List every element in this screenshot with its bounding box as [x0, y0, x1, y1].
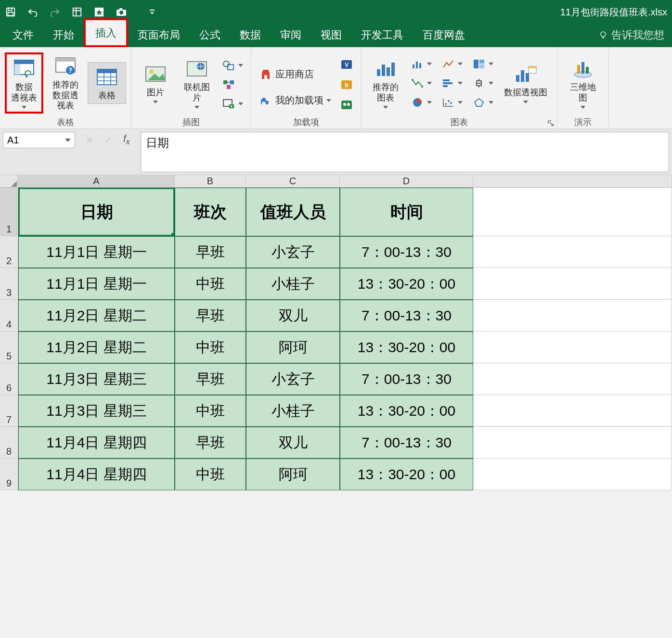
tab-layout[interactable]: 页面布局	[128, 22, 190, 47]
name-box[interactable]: A1	[3, 132, 75, 148]
line-chart-button[interactable]	[439, 55, 465, 73]
cell-E7[interactable]	[473, 395, 672, 427]
dialog-launcher-icon[interactable]	[547, 120, 554, 127]
cells-area[interactable]: 日期 班次 值班人员 时间 11月1日 星期一早班小玄子7：00-13：3011…	[18, 188, 672, 490]
row-header-3[interactable]: 3	[0, 268, 18, 300]
online-picture-button[interactable]: 联机图片	[178, 54, 216, 112]
store-button[interactable]: 应用商店	[256, 66, 334, 83]
row-header-2[interactable]: 2	[0, 236, 18, 268]
hierarchy-chart-button[interactable]	[408, 75, 435, 92]
tab-file[interactable]: 文件	[3, 22, 43, 47]
map3d-button[interactable]: 三维地 图	[562, 54, 604, 112]
cell-C5[interactable]: 阿珂	[246, 332, 340, 363]
tab-data[interactable]: 数据	[230, 22, 271, 47]
cell-E8[interactable]	[473, 427, 672, 459]
col-header-B[interactable]: B	[175, 175, 246, 187]
cell-A9[interactable]: 11月4日 星期四	[18, 459, 175, 490]
undo-icon[interactable]	[27, 6, 39, 18]
row-header-6[interactable]: 6	[0, 363, 18, 395]
tab-home[interactable]: 开始	[43, 22, 84, 47]
qa-icon-2[interactable]	[93, 6, 105, 18]
cell-E9[interactable]	[473, 459, 672, 490]
camera-icon[interactable]	[116, 6, 127, 18]
formula-bar[interactable]: 日期	[141, 132, 669, 172]
cell-C2[interactable]: 小玄子	[246, 236, 340, 268]
bar-chart-button[interactable]	[439, 75, 465, 92]
cell-A1[interactable]: 日期	[18, 188, 175, 236]
cell-A6[interactable]: 11月3日 星期三	[18, 363, 175, 395]
radar-chart-button[interactable]	[469, 94, 496, 111]
cell-E4[interactable]	[473, 300, 672, 332]
cell-C4[interactable]: 双儿	[246, 300, 340, 332]
table-button[interactable]: 表格	[88, 62, 126, 104]
col-header-C[interactable]: C	[246, 175, 340, 187]
picture-button[interactable]: 图片	[136, 59, 175, 107]
cell-D2[interactable]: 7：00-13：30	[340, 236, 473, 268]
cell-B2[interactable]: 早班	[175, 236, 246, 268]
pie-chart-button[interactable]	[408, 94, 435, 111]
visio-addin-button[interactable]: V	[337, 56, 356, 73]
col-header-rest[interactable]	[473, 175, 672, 187]
people-addin-button[interactable]	[337, 96, 356, 114]
cell-D6[interactable]: 7：00-13：30	[340, 363, 473, 395]
cell-D9[interactable]: 13：30-20：00	[340, 459, 473, 490]
cell-A8[interactable]: 11月4日 星期四	[18, 427, 175, 459]
cell-D8[interactable]: 7：00-13：30	[340, 427, 473, 459]
cell-B3[interactable]: 中班	[175, 268, 246, 300]
tab-formulas[interactable]: 公式	[190, 22, 230, 47]
cell-D4[interactable]: 7：00-13：30	[340, 300, 473, 332]
row-header-8[interactable]: 8	[0, 427, 18, 459]
cell-B8[interactable]: 早班	[175, 427, 246, 459]
row-header-4[interactable]: 4	[0, 300, 18, 332]
save-icon[interactable]	[5, 6, 16, 18]
recommended-pivot-button[interactable]: ? 推荐的 数据透视表	[46, 51, 85, 115]
cell-E3[interactable]	[473, 268, 672, 300]
cell-E5[interactable]	[473, 332, 672, 363]
formula-enter-icon[interactable]: ✓	[104, 134, 113, 146]
cell-B4[interactable]: 早班	[175, 300, 246, 332]
tell-me[interactable]: 告诉我您想	[594, 28, 669, 47]
cell-B9[interactable]: 中班	[175, 459, 246, 490]
row-header-9[interactable]: 9	[0, 459, 18, 490]
cell-C7[interactable]: 小桂子	[246, 395, 340, 427]
row-header-5[interactable]: 5	[0, 332, 18, 363]
pivot-table-button[interactable]: 数据 透视表	[5, 52, 43, 114]
cell-C3[interactable]: 小桂子	[246, 268, 340, 300]
pivot-chart-button[interactable]: 数据透视图	[499, 59, 552, 107]
cell-B6[interactable]: 早班	[175, 363, 246, 395]
statistic-chart-button[interactable]	[469, 75, 496, 92]
col-header-D[interactable]: D	[340, 175, 473, 187]
smartart-button[interactable]	[219, 76, 246, 93]
cell-D7[interactable]: 13：30-20：00	[340, 395, 473, 427]
select-all-corner[interactable]	[0, 175, 18, 187]
shapes-button[interactable]	[219, 57, 246, 74]
cell-C1[interactable]: 值班人员	[246, 188, 340, 236]
cell-A2[interactable]: 11月1日 星期一	[18, 236, 175, 268]
row-header-7[interactable]: 7	[0, 395, 18, 427]
rec-charts-button[interactable]: 推荐的 图表	[366, 54, 405, 112]
cell-A5[interactable]: 11月2日 星期二	[18, 332, 175, 363]
map-chart-button[interactable]	[469, 55, 496, 73]
cell-B5[interactable]: 中班	[175, 332, 246, 363]
tab-view[interactable]: 视图	[311, 22, 351, 47]
redo-icon[interactable]	[49, 6, 61, 18]
insert-function-icon[interactable]: fx	[123, 133, 130, 147]
cell-E6[interactable]	[473, 363, 672, 395]
bing-addin-button[interactable]: b	[337, 76, 356, 93]
cell-B1[interactable]: 班次	[175, 188, 246, 236]
cell-B7[interactable]: 中班	[175, 395, 246, 427]
cell-C6[interactable]: 小玄子	[246, 363, 340, 395]
name-box-caret-icon[interactable]	[65, 139, 71, 142]
cell-A3[interactable]: 11月1日 星期一	[18, 268, 175, 300]
row-header-1[interactable]: 1	[0, 188, 18, 236]
cell-A4[interactable]: 11月2日 星期二	[18, 300, 175, 332]
screenshot-button[interactable]	[219, 95, 246, 113]
scatter-chart-button[interactable]	[439, 94, 465, 111]
column-chart-button[interactable]	[408, 55, 435, 73]
cell-C8[interactable]: 双儿	[246, 427, 340, 459]
tab-baidu[interactable]: 百度网盘	[413, 22, 475, 47]
cell-E2[interactable]	[473, 236, 672, 268]
cell-C9[interactable]: 阿珂	[246, 459, 340, 490]
qa-icon-1[interactable]	[71, 6, 83, 18]
tab-dev[interactable]: 开发工具	[351, 22, 413, 47]
